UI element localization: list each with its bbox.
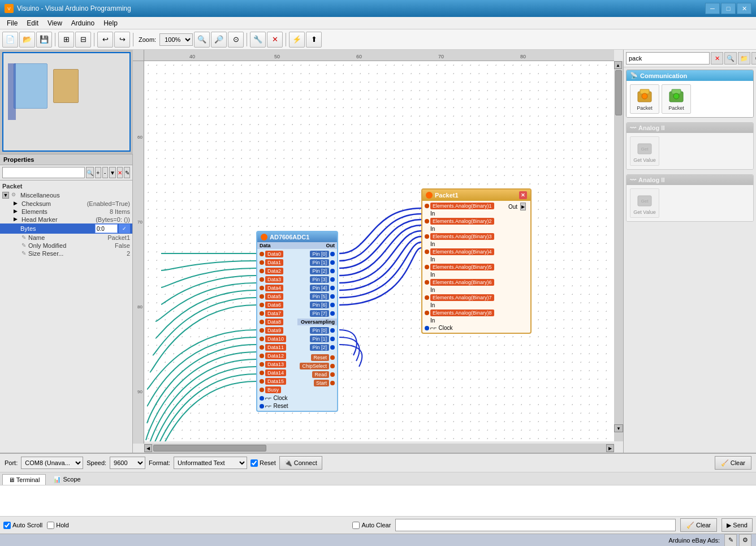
right-folder-btn[interactable]: 📁 [738,52,750,65]
clear-button-bottom[interactable]: 🧹 Clear [680,518,717,532]
auto-scroll-checkbox[interactable] [3,522,11,529]
adc-pin-data9[interactable]: Data9 [257,326,297,334]
packet-elem4[interactable]: Elements.Analog(Binary)4 [422,248,504,256]
prop-checksum-row[interactable]: ▶ Checksum (Enabled=True) [0,200,132,208]
adc-ctrl-read[interactable]: Read [297,371,337,379]
canvas-area[interactable]: 40 50 60 70 80 60 70 80 90 ▲ [133,50,623,453]
cat-item-packet2[interactable]: Packet [662,84,691,114]
close-button[interactable]: ✕ [737,3,751,14]
packet-elem5[interactable]: Elements.Analog(Binary)5 [422,263,504,271]
adc-out-pin2[interactable]: Pin [2] [297,267,337,275]
adc-pin-data6[interactable]: Data6 [257,301,297,309]
prop-elements-row[interactable]: ▶ Elements 8 Items [0,208,132,216]
redo-button[interactable]: ↪ [114,32,130,48]
new-button[interactable]: 📄 [2,32,18,48]
horizontal-scrollbar[interactable]: ◀ ▶ [144,444,614,453]
minimize-button[interactable]: ─ [705,3,720,14]
menu-edit[interactable]: Edit [22,18,43,28]
analog-cat-1-item[interactable]: Get Get Value [630,136,659,166]
packet-out-dot[interactable]: ▶ [520,203,526,210]
adc-out-pin5[interactable]: Pin [5] [297,293,337,300]
compile-button[interactable]: ⚡ [289,32,305,48]
adc-pin-data12[interactable]: Data12 [257,352,297,360]
prop-bytes-input[interactable] [95,224,118,233]
prop-misc-group[interactable]: ▼ ⚙ Miscellaneous [0,191,132,200]
hold-label[interactable]: Hold [47,522,69,529]
adc-pin-data1[interactable]: Data1 [257,259,297,266]
adc-pin-data7[interactable]: Data7 [257,309,297,317]
packet-elem8[interactable]: Elements.Analog(Binary)8 [422,309,504,317]
minimap[interactable] [0,50,133,154]
adc-pin-data11[interactable]: Data11 [257,343,297,351]
packet-elem3[interactable]: Elements.Analog(Binary)3 [422,233,504,240]
reset-checkbox[interactable] [250,459,258,467]
adc-pin-data13[interactable]: Data13 [257,360,297,368]
adc-ctrl-reset[interactable]: Reset [297,354,337,362]
adc-pin-reset[interactable]: ⌐⌐ Reset [257,402,297,410]
menu-arduino[interactable]: Arduino [67,18,99,28]
reset-checkbox-label[interactable]: Reset [250,459,276,467]
props-search-btn[interactable]: 🔍 [86,167,94,178]
adc-pin-data0[interactable]: Data0 [257,250,297,258]
adc-out-pin4[interactable]: Pin [4] [297,284,337,292]
scroll-up-arrow[interactable]: ▲ [614,61,622,69]
props-edit-btn[interactable]: ✎ [124,167,130,178]
adc-pin-busy[interactable]: Busy [257,386,297,394]
cat-item-packet1[interactable]: Packet [630,84,659,114]
canvas-main[interactable]: AD7606ADC1 Data Data0 Data1 Data2 Data3 … [144,61,614,441]
connect-button[interactable]: 🔌 Connect [279,456,322,470]
scroll-left-arrow[interactable]: ◀ [144,444,152,452]
right-search-btn[interactable]: 🔍 [724,52,737,65]
prop-name-row[interactable]: ✎ Name Packet1 [0,234,132,242]
adc-pin-data2[interactable]: Data2 [257,267,297,275]
adc-pin-data4[interactable]: Data4 [257,284,297,292]
packet-out-pin[interactable]: Out ▶ [506,202,528,211]
serial-output-area[interactable] [0,485,756,516]
adc-pin-clock[interactable]: ⌐⌐ Clock [257,394,297,402]
adc-ctrl-chipsel[interactable]: ChipSelect [297,362,337,370]
packet-elem2[interactable]: Elements.Analog(Binary)2 [422,217,504,225]
adc-out-pin6[interactable]: Pin [6] [297,301,337,309]
adc-out-pin1[interactable]: Pin [1] [297,259,337,266]
packet-elem1[interactable]: Elements.Analog(Binary)1 [422,202,504,210]
packet-elem7[interactable]: Elements.Analog(Binary)7 [422,294,504,302]
adc-pin-data3[interactable]: Data3 [257,276,297,283]
menu-help[interactable]: Help [99,18,122,28]
packet-elem6[interactable]: Elements.Analog(Binary)6 [422,278,504,286]
prop-misc-expand[interactable]: ▼ [2,192,9,199]
zoom-reset-button[interactable]: ⊙ [228,32,244,48]
right-search-input[interactable] [626,52,710,65]
zoom-in-button[interactable]: 🔍 [194,32,210,48]
adc-component[interactable]: AD7606ADC1 Data Data0 Data1 Data2 Data3 … [256,231,338,412]
adc-os-pin2[interactable]: Pin [2] [297,343,337,351]
analog-cat-2-item[interactable]: Get Get Value [630,188,659,218]
prop-bytes-btn[interactable]: ✓ [119,224,130,233]
zoom-out-button[interactable]: 🔎 [211,32,227,48]
prop-onlymod-row[interactable]: ✎ Only Modified False [0,242,132,250]
properties-search-input[interactable] [2,167,85,178]
clear-button-top[interactable]: 🧹 Clear [715,456,751,470]
props-collapse-btn[interactable]: - [102,167,109,178]
packet-component[interactable]: Packet1 ✕ Elements.Analog(Binary)1 In El… [421,188,532,334]
adc-pin-data14[interactable]: Data14 [257,369,297,377]
adc-pin-data10[interactable]: Data10 [257,335,297,343]
port-select[interactable]: COM8 (Unava... [21,457,83,469]
adc-out-pin3[interactable]: Pin [3] [297,276,337,283]
format-select[interactable]: Unformatted Text [174,457,247,469]
tab-terminal[interactable]: 🖥 Terminal [2,474,46,485]
prop-headmarker-row[interactable]: ▶ Head Marker (Bytes=0: ()) [0,216,132,223]
zoom-select[interactable]: 50% 75% 100% 150% 200% [159,33,193,46]
auto-scroll-label[interactable]: Auto Scroll [3,522,42,529]
snap-button[interactable]: ⊟ [75,32,91,48]
menu-file[interactable]: File [2,18,22,28]
serial-send-input[interactable] [395,519,676,531]
packet-close-btn[interactable]: ✕ [519,191,527,199]
save-button[interactable]: 💾 [36,32,52,48]
props-expand-btn[interactable]: + [95,167,101,178]
grid-button[interactable]: ⊞ [58,32,74,48]
delete-button[interactable]: ✕ [267,32,283,48]
upload-button[interactable]: ⬆ [306,32,322,48]
undo-button[interactable]: ↩ [97,32,113,48]
right-settings-btn[interactable]: ⚙ [751,52,756,65]
props-delete-btn[interactable]: ✕ [117,167,123,178]
